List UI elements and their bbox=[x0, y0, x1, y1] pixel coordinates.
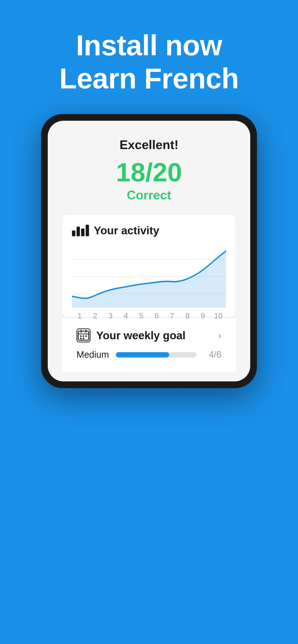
svg-rect-9 bbox=[85, 336, 87, 337]
weekly-goal-title: Your weekly goal bbox=[96, 329, 212, 342]
header-title: Install now Learn French bbox=[14, 29, 284, 95]
svg-rect-10 bbox=[80, 338, 82, 339]
calendar-icon bbox=[77, 328, 90, 342]
progress-bar-container bbox=[116, 352, 197, 358]
score-number: 18/20 bbox=[116, 159, 182, 186]
activity-title: Your activity bbox=[94, 224, 159, 237]
chart-svg bbox=[72, 245, 226, 308]
svg-rect-8 bbox=[83, 336, 84, 337]
phone-screen: Excellent! 18/20 Correct Your activity bbox=[48, 121, 250, 382]
progress-bar-fill bbox=[116, 352, 169, 358]
chevron-right-icon: › bbox=[218, 330, 221, 341]
activity-chart: 1 2 3 4 5 6 7 8 9 10 bbox=[72, 245, 226, 308]
phone-wrapper: Excellent! 18/20 Correct Your activity bbox=[35, 114, 263, 644]
header-section: Install now Learn French bbox=[0, 0, 298, 114]
bar-chart-icon bbox=[72, 225, 89, 236]
score-correct: Correct bbox=[127, 188, 171, 202]
activity-header: Your activity bbox=[72, 224, 226, 237]
progress-count: 4/6 bbox=[202, 350, 221, 360]
chart-x-labels: 1 2 3 4 5 6 7 8 9 10 bbox=[72, 308, 226, 320]
svg-rect-7 bbox=[80, 336, 82, 337]
weekly-goal-section[interactable]: Your weekly goal › Medium 4/6 bbox=[62, 318, 236, 372]
svg-rect-11 bbox=[83, 338, 84, 339]
score-label: Excellent! bbox=[119, 138, 179, 152]
progress-row: Medium 4/6 bbox=[77, 350, 221, 360]
weekly-goal-header[interactable]: Your weekly goal › bbox=[77, 328, 221, 342]
calendar-svg bbox=[77, 329, 90, 342]
activity-card: Your activity bbox=[62, 214, 236, 318]
phone-screen-area: Excellent! 18/20 Correct Your activity bbox=[48, 121, 250, 382]
phone-device: Excellent! 18/20 Correct Your activity bbox=[41, 114, 257, 388]
progress-level: Medium bbox=[77, 350, 110, 360]
